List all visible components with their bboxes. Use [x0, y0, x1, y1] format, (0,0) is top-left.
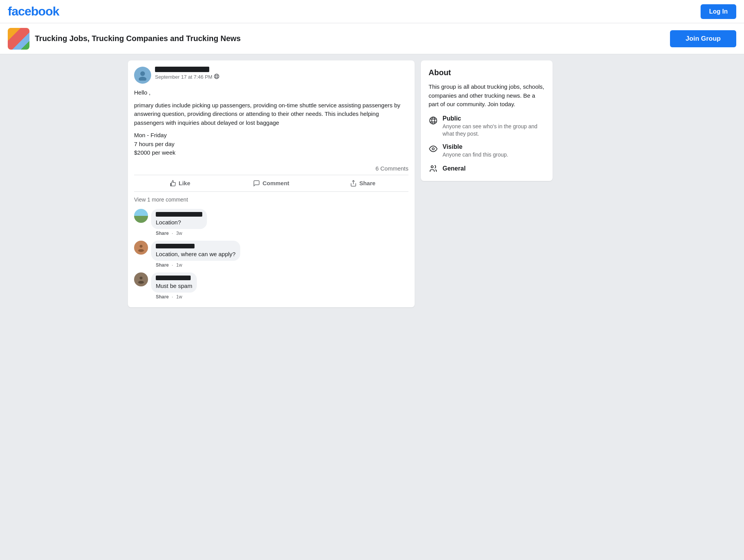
- comment-item: Must be spam Share · 1w: [134, 272, 408, 300]
- group-bar: Trucking Jobs, Trucking Companies and Tr…: [0, 23, 744, 54]
- svg-point-17: [431, 166, 434, 168]
- comment-share-link-2[interactable]: Share: [156, 262, 169, 268]
- post-header: September 17 at 7:46 PM: [134, 67, 408, 84]
- group-icon: [8, 28, 29, 50]
- group-title: Trucking Jobs, Trucking Companies and Tr…: [35, 34, 241, 43]
- svg-point-3: [216, 74, 218, 79]
- comment-author-name-1-redacted: [156, 212, 202, 217]
- comment-author-name-3-redacted: [156, 276, 191, 280]
- comment-text-1: Location?: [156, 219, 181, 226]
- about-title: About: [429, 68, 545, 77]
- comment-share-link-1[interactable]: Share: [156, 231, 169, 236]
- main-content: September 17 at 7:46 PM He: [120, 54, 624, 314]
- post-body: Hello , primary duties include picking u…: [134, 88, 408, 157]
- about-card: About This group is all about trucking j…: [421, 60, 553, 181]
- left-column: September 17 at 7:46 PM He: [128, 60, 415, 307]
- comment-age-1: 3w: [176, 231, 182, 236]
- comment-content-3: Must be spam Share · 1w: [151, 272, 408, 300]
- comment-bubble-1: Location?: [151, 209, 207, 229]
- comment-item: Location, where can we apply? Share · 1w: [134, 241, 408, 268]
- post-author-avatar: [134, 67, 151, 84]
- svg-point-12: [430, 117, 437, 124]
- about-general-title: General: [443, 165, 466, 172]
- comment-actions-2: Share · 1w: [151, 261, 408, 268]
- comment-button[interactable]: Comment: [226, 177, 317, 190]
- about-visible-title: Visible: [443, 143, 508, 150]
- svg-point-13: [432, 117, 434, 124]
- svg-point-10: [140, 276, 142, 279]
- about-item-visible: Visible Anyone can find this group.: [429, 143, 545, 159]
- comment-item: Location? Share · 3w: [134, 209, 408, 236]
- comment-avatar-3: [134, 272, 148, 286]
- eye-icon: [429, 144, 438, 153]
- about-visible-desc: Anyone can find this group.: [443, 151, 508, 159]
- post-time: September 17 at 7:46 PM: [155, 74, 219, 80]
- about-item-general: General: [429, 164, 545, 173]
- comment-age-2: 1w: [176, 262, 182, 268]
- svg-point-8: [140, 245, 142, 247]
- about-description: This group is all about trucking jobs, s…: [429, 83, 545, 109]
- comment-time-1: ·: [172, 231, 173, 236]
- post-card: September 17 at 7:46 PM He: [128, 60, 415, 307]
- join-group-button[interactable]: Join Group: [670, 30, 736, 47]
- group-icon-image: [8, 28, 29, 50]
- share-button[interactable]: Share: [317, 177, 408, 190]
- action-bar: Like Comment Share: [134, 175, 408, 192]
- group-members-icon: [429, 164, 438, 173]
- svg-point-9: [138, 249, 144, 252]
- svg-rect-6: [170, 183, 171, 186]
- comment-text-3: Must be spam: [156, 283, 192, 289]
- comment-bubble-3: Must be spam: [151, 272, 197, 293]
- facebook-logo: facebook: [8, 4, 59, 19]
- about-public-desc: Anyone can see who's in the group and wh…: [443, 123, 545, 138]
- post-schedule: Mon - Friday 7 hours per day $2000 per w…: [134, 131, 408, 157]
- about-public-content: Public Anyone can see who's in the group…: [443, 115, 545, 138]
- comment-avatar-1: [134, 209, 148, 223]
- comments-section: Location? Share · 3w: [134, 206, 408, 307]
- post-meta: September 17 at 7:46 PM: [155, 67, 219, 80]
- comment-actions-3: Share · 1w: [151, 293, 408, 300]
- comment-avatar-2: [134, 241, 148, 255]
- about-visible-content: Visible Anyone can find this group.: [443, 143, 508, 159]
- comment-author-name-2-redacted: [156, 244, 195, 248]
- like-button[interactable]: Like: [134, 177, 226, 190]
- privacy-icon: [214, 74, 219, 80]
- comment-actions-1: Share · 3w: [151, 229, 408, 236]
- view-more-comments[interactable]: View 1 more comment: [134, 192, 408, 206]
- post-paragraph1: primary duties include picking up passen…: [134, 101, 408, 128]
- comment-text-2: Location, where can we apply?: [156, 251, 236, 257]
- comment-bubble-2: Location, where can we apply?: [151, 241, 240, 261]
- right-column: About This group is all about trucking j…: [421, 60, 553, 307]
- post-greeting: Hello ,: [134, 88, 408, 97]
- comment-share-link-3[interactable]: Share: [156, 294, 169, 300]
- comment-age-3: 1w: [176, 294, 182, 300]
- about-public-title: Public: [443, 115, 545, 122]
- post-author-name-redacted: [155, 67, 209, 72]
- comments-count: 6 Comments: [134, 162, 408, 175]
- group-bar-left: Trucking Jobs, Trucking Companies and Tr…: [8, 28, 241, 50]
- svg-point-0: [140, 71, 145, 76]
- svg-point-2: [214, 74, 219, 79]
- login-button[interactable]: Log In: [701, 4, 736, 19]
- svg-point-1: [139, 77, 146, 81]
- globe-icon: [429, 116, 438, 125]
- about-item-public: Public Anyone can see who's in the group…: [429, 115, 545, 138]
- top-bar: facebook Log In: [0, 0, 744, 23]
- svg-point-11: [138, 281, 144, 283]
- comment-content-2: Location, where can we apply? Share · 1w: [151, 241, 408, 268]
- comment-content-1: Location? Share · 3w: [151, 209, 408, 236]
- svg-point-16: [432, 148, 434, 150]
